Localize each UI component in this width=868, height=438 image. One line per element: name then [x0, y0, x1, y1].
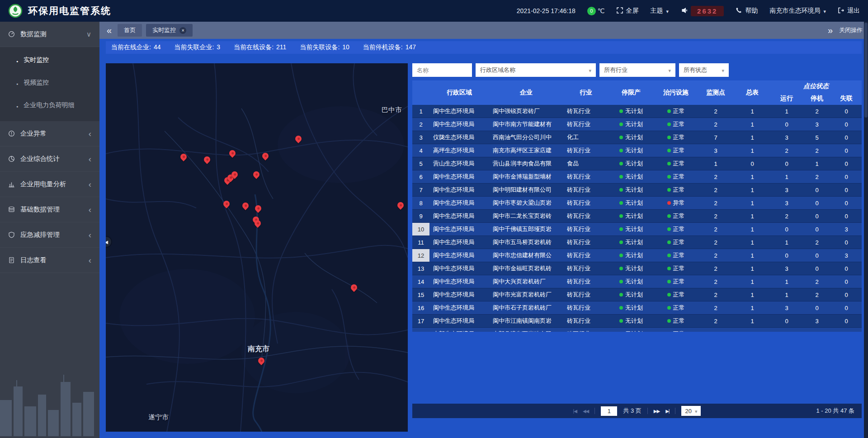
- table-row[interactable]: 16阆中生态环境局阆中市石子页岩机砖厂砖瓦行业无计划正常21300: [412, 301, 862, 315]
- notification-area[interactable]: 2632: [680, 6, 724, 16]
- tab-realtime-monitor[interactable]: 实时监控: [146, 24, 193, 37]
- status-dot-icon: [667, 122, 671, 126]
- cell-running: 2: [771, 210, 802, 222]
- cell-industry: 砖瓦行业: [563, 184, 609, 196]
- tab-close-icon[interactable]: [179, 27, 186, 34]
- cell-running: 0: [771, 223, 802, 235]
- sidebar-group-power-analysis[interactable]: 企业用电量分析: [0, 172, 99, 197]
- cell-industry: 砖瓦行业: [563, 275, 609, 288]
- org-dropdown[interactable]: 南充市生态环境局: [769, 7, 826, 15]
- sidebar-item-power-load-detail[interactable]: 企业电力负荷明细: [0, 94, 99, 117]
- sidebar-group-company-statistics[interactable]: 企业综合统计: [0, 146, 99, 172]
- cell-monitor_points: 3: [698, 144, 733, 157]
- tabs-scroll-right-icon[interactable]: »: [826, 26, 835, 35]
- cell-monitor_points: 2: [698, 197, 733, 209]
- scrollbar-thumb[interactable]: [864, 23, 868, 118]
- industry-select[interactable]: 所有行业: [599, 63, 675, 77]
- table-row[interactable]: 3仪陇生态环境局西南油气田分公司川中化工无计划正常71350: [412, 131, 862, 144]
- table-row[interactable]: 11阆中生态环境局阆中市五马桥页岩机砖砖瓦行业无计划正常21120: [412, 236, 862, 249]
- next-page-button[interactable]: [654, 409, 660, 414]
- scrollbar[interactable]: [864, 22, 868, 438]
- cell-running: 3: [771, 131, 802, 144]
- name-search-input[interactable]: [412, 63, 472, 77]
- sidebar-group-basic-data[interactable]: 基础数据管理: [0, 197, 99, 222]
- help-button[interactable]: 帮助: [736, 7, 758, 15]
- cell-stopped: 2: [802, 105, 832, 118]
- status-select[interactable]: 所有状态: [679, 63, 729, 77]
- map-panel[interactable]: 巴中市 南充市 遂宁市: [106, 63, 408, 432]
- cell-offline: 3: [832, 249, 861, 262]
- cell-limit_production: 无计划: [609, 131, 654, 144]
- stat-online-devices: 当前在线设备:211: [234, 43, 286, 52]
- table-row[interactable]: 14阆中生态环境局阆中大兴页岩机砖厂砖瓦行业无计划正常21120: [412, 275, 862, 288]
- status-dot-icon: [667, 188, 671, 192]
- table-row[interactable]: 9阆中生态环境局阆中市二龙长宝页岩砖砖瓦行业无计划正常21200: [412, 210, 862, 223]
- page-number-input[interactable]: [601, 406, 617, 416]
- fullscreen-button[interactable]: 全屏: [617, 7, 639, 15]
- table-row[interactable]: 10阆中生态环境局阆中千佛镇五郎垭页岩砖瓦行业无计划正常21003: [412, 223, 862, 236]
- table-row[interactable]: 13阆中生态环境局阆中市金福旺页岩机砖砖瓦行业无计划正常21300: [412, 262, 862, 275]
- cell-industry: 砖瓦行业: [563, 301, 609, 314]
- cell-industry: 砖瓦行业: [563, 236, 609, 249]
- cell-no: 10: [412, 223, 429, 235]
- tab-home[interactable]: 首页: [118, 24, 142, 37]
- logout-button[interactable]: 退出: [838, 7, 860, 15]
- cell-industry: 食品: [563, 157, 609, 170]
- table-row[interactable]: 7阆中生态环境局阆中明阳建材有限公司砖瓦行业无计划正常21300: [412, 184, 862, 197]
- table-row[interactable]: 6阆中生态环境局阆中市金博瑞新型墙材砖瓦行业无计划正常21120: [412, 170, 862, 184]
- status-dot-icon: [667, 109, 671, 113]
- cell-industry: 砖瓦行业: [563, 249, 609, 262]
- cell-monitor_points: 2: [698, 328, 733, 332]
- table-row[interactable]: 1阆中生态环境局阆中强锐页岩砖厂砖瓦行业无计划正常21120: [412, 105, 862, 118]
- status-dot-icon: [667, 306, 671, 310]
- sidebar-group-emergency-reduction[interactable]: 应急减排管理: [0, 222, 99, 248]
- status-dot-icon: [667, 254, 671, 257]
- page-size-select[interactable]: 20: [681, 406, 701, 416]
- cell-limit_production: 无计划: [609, 288, 654, 301]
- last-page-button[interactable]: [665, 409, 669, 414]
- cell-company: 阆中明阳建材有限公司: [489, 184, 563, 196]
- prev-page-button[interactable]: [583, 409, 589, 414]
- header-limit-production: 停限产: [609, 80, 654, 105]
- close-operations-button[interactable]: 关闭操作: [839, 26, 863, 34]
- first-page-button[interactable]: [573, 409, 577, 414]
- header-industry: 行业: [563, 80, 609, 105]
- cell-offline: 0: [832, 105, 861, 118]
- cell-running: 0: [771, 157, 802, 170]
- cell-meters: 1: [733, 301, 771, 314]
- cell-company: 阆中市二龙长宝页岩砖: [489, 210, 563, 222]
- cell-facility: 正常: [654, 144, 698, 157]
- theme-dropdown[interactable]: 主题: [651, 7, 669, 15]
- table-row[interactable]: 15阆中生态环境局阆中市光富页岩机砖厂砖瓦行业无计划正常21120: [412, 288, 862, 301]
- cell-limit_production: 无计划: [609, 301, 654, 314]
- table-row[interactable]: 5营山生态环境局营山县润丰肉食品有限食品无计划正常10010: [412, 157, 862, 170]
- cell-offline: 0: [832, 184, 861, 196]
- cell-facility: 正常: [654, 288, 698, 301]
- cell-company: 阆中市金博瑞新型墙材: [489, 170, 563, 183]
- status-dot-icon: [667, 214, 671, 218]
- cell-monitor_points: 2: [698, 249, 733, 262]
- header-monitor-points: 监测点: [698, 80, 733, 105]
- table-row[interactable]: 12阆中生态环境局阆中市忠信建材有限公砖瓦行业无计划正常21003: [412, 249, 862, 262]
- cell-stopped: 5: [802, 131, 832, 144]
- table-row[interactable]: 18南部生态环境局南部县建兴页岩砖有限砖瓦行业无计划正常21030: [412, 328, 862, 332]
- sidebar-group-log-view[interactable]: 日志查看: [0, 248, 99, 273]
- cell-limit_production: 无计划: [609, 197, 654, 209]
- cell-no: 15: [412, 288, 429, 301]
- sidebar-group-data-monitor[interactable]: 数据监测: [0, 22, 99, 47]
- sidebar-group-company-abnormal[interactable]: 企业异常: [0, 121, 99, 146]
- tab-bar: « 首页 实时监控 » 关闭操作: [99, 22, 868, 39]
- database-icon: [8, 206, 15, 213]
- table-row[interactable]: 17阆中生态环境局阆中市江南镇阆南页岩砖瓦行业无计划正常21030: [412, 315, 862, 328]
- cell-stopped: 2: [802, 275, 832, 288]
- sidebar-item-realtime-monitor[interactable]: 实时监控: [0, 49, 99, 71]
- status-dot-icon: [619, 280, 623, 283]
- tabs-scroll-left-icon[interactable]: «: [105, 26, 113, 35]
- cell-limit_production: 无计划: [609, 105, 654, 118]
- table-row[interactable]: 4高坪生态环境局南充市高坪区王家店建砖瓦行业无计划正常31220: [412, 144, 862, 157]
- table-row[interactable]: 8阆中生态环境局阆中市枣碧大梁山页岩砖瓦行业无计划异常21300: [412, 197, 862, 210]
- sidebar: 数据监测 实时监控 视频监控 企业电力负荷明细 企业异常 企业综合统计: [0, 22, 99, 438]
- sidebar-item-video-monitor[interactable]: 视频监控: [0, 71, 99, 94]
- table-row[interactable]: 2阆中生态环境局阆中市南方节能建材有砖瓦行业无计划正常21030: [412, 118, 862, 131]
- region-select[interactable]: 行政区域名称: [476, 63, 596, 77]
